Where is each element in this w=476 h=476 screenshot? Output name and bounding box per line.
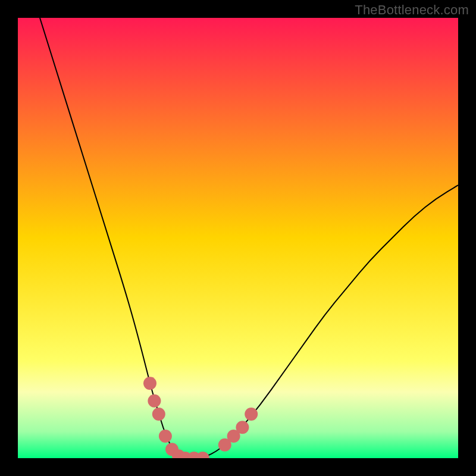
watermark-text: TheBottleneck.com [355,2,469,18]
plot-area [18,18,458,458]
chart-frame: TheBottleneck.com [0,0,476,476]
marker-dot [245,408,258,421]
marker-dot [236,421,249,434]
marker-dot [159,430,172,443]
marker-dot [143,377,156,390]
marker-dot [148,394,161,408]
bottleneck-chart [18,18,458,458]
marker-dot [152,408,165,421]
